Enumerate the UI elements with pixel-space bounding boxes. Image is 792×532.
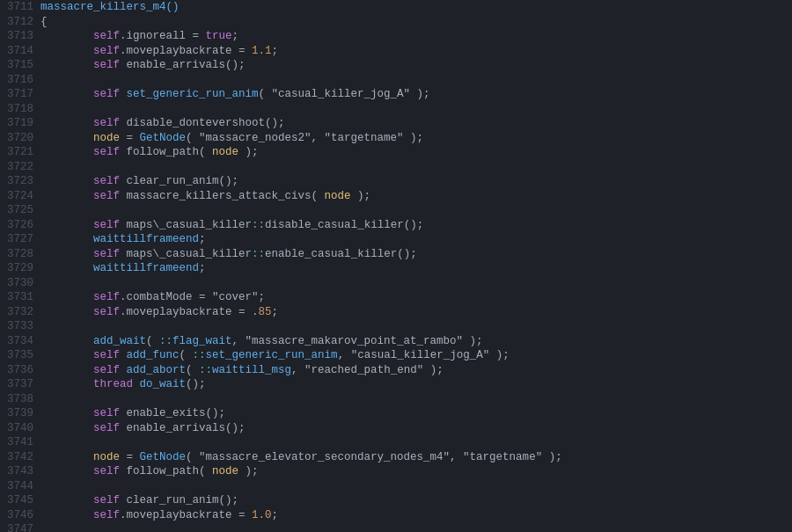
code-line-3738 xyxy=(37,392,792,407)
code-line-3726: self maps\_casual_killer::disable_casual… xyxy=(37,218,792,233)
code-line-3742: node = GetNode( "massacre_elevator_secon… xyxy=(37,450,792,465)
code-line-3720: node = GetNode( "massacre_nodes2", "targ… xyxy=(37,131,792,146)
code-line-3727: waittillframeend; xyxy=(37,232,792,247)
code-line-3725 xyxy=(37,203,792,218)
code-line-3715: self enable_arrivals(); xyxy=(37,58,792,73)
code-line-3719: self disable_dontevershoot(); xyxy=(37,116,792,131)
code-line-3714: self.moveplaybackrate = 1.1; xyxy=(37,44,792,59)
line-numbers: 3711371237133714371537163717371837193720… xyxy=(0,0,37,532)
code-line-3711: massacre_killers_m4() xyxy=(37,0,792,15)
editor-container: 3711371237133714371537163717371837193720… xyxy=(0,0,792,532)
code-line-3733 xyxy=(37,319,792,334)
code-line-3716 xyxy=(37,73,792,88)
code-line-3743: self follow_path( node ); xyxy=(37,464,792,479)
code-line-3745: self clear_run_anim(); xyxy=(37,493,792,508)
code-line-3740: self enable_arrivals(); xyxy=(37,421,792,436)
code-line-3729: waittillframeend; xyxy=(37,261,792,276)
code-line-3723: self clear_run_anim(); xyxy=(37,174,792,189)
code-line-3747 xyxy=(37,522,792,532)
code-line-3746: self.moveplaybackrate = 1.0; xyxy=(37,508,792,523)
code-line-3713: self.ignoreall = true; xyxy=(37,29,792,44)
code-line-3744 xyxy=(37,479,792,494)
code-line-3712: { xyxy=(37,15,792,30)
code-line-3722 xyxy=(37,160,792,175)
code-line-3731: self.combatMode = "cover"; xyxy=(37,290,792,305)
code-line-3734: add_wait( ::flag_wait, "massacre_makarov… xyxy=(37,334,792,349)
code-line-3728: self maps\_casual_killer::enable_casual_… xyxy=(37,247,792,262)
code-line-3739: self enable_exits(); xyxy=(37,406,792,421)
code-line-3736: self add_abort( ::waittill_msg, "reached… xyxy=(37,363,792,378)
code-line-3717: self set_generic_run_anim( "casual_kille… xyxy=(37,87,792,102)
code-line-3718 xyxy=(37,102,792,117)
code-line-3732: self.moveplaybackrate = .85; xyxy=(37,305,792,320)
code-line-3737: thread do_wait(); xyxy=(37,377,792,392)
code-line-3721: self follow_path( node ); xyxy=(37,145,792,160)
code-content[interactable]: massacre_killers_m4(){ self.ignoreall = … xyxy=(37,0,792,532)
code-line-3735: self add_func( ::set_generic_run_anim, "… xyxy=(37,348,792,363)
code-line-3724: self massacre_killers_attack_civs( node … xyxy=(37,189,792,204)
code-line-3741 xyxy=(37,435,792,450)
code-line-3730 xyxy=(37,276,792,291)
